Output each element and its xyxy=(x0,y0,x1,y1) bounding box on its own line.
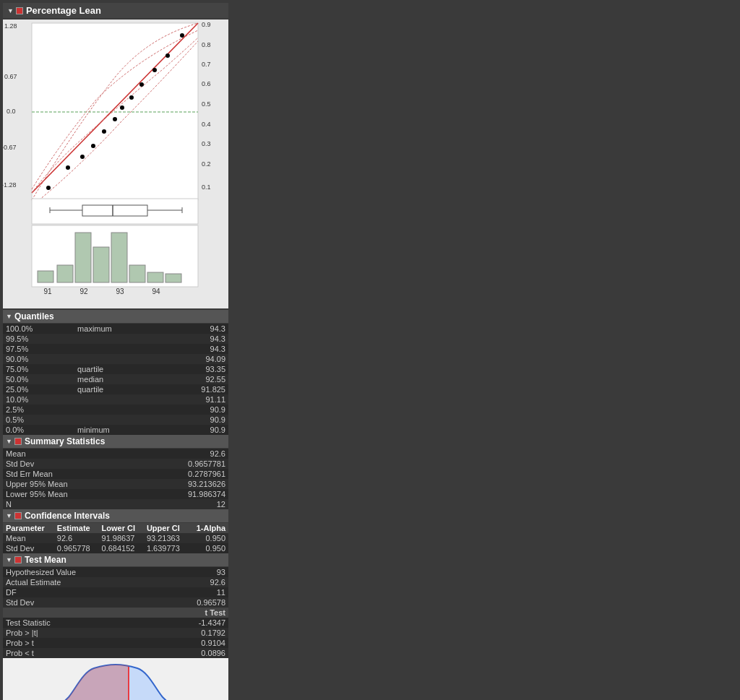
test-mean-row: DF 11 xyxy=(3,587,228,597)
confidence-intervals-section: ▼ Confidence Intervals ParameterEstimate… xyxy=(3,509,228,553)
summary-stats-title: Summary Statistics xyxy=(25,436,105,446)
stats-value: 91.986374 xyxy=(140,489,228,499)
quantile-row: 0.0% minimum 90.9 xyxy=(3,425,228,435)
quantile-row: 99.5% 94.3 xyxy=(3,334,228,344)
svg-point-7 xyxy=(91,144,95,148)
quantile-pct: 99.5% xyxy=(3,334,74,344)
ci-red-box xyxy=(14,512,22,519)
ci-row: Mean 92.6 91.98637 93.21363 0.950 xyxy=(3,533,228,543)
ci-param: Mean xyxy=(3,533,54,543)
tm-value: 11 xyxy=(158,587,228,597)
quantile-label: minimum xyxy=(74,425,163,435)
quantile-label xyxy=(74,354,163,364)
svg-text:0.67: 0.67 xyxy=(4,73,17,80)
quantile-pct: 0.5% xyxy=(3,415,74,425)
summary-stats-red-box xyxy=(14,438,22,445)
chart-container: 0.9 0.8 0.7 0.6 0.5 0.4 0.3 0.2 0.1 Norm… xyxy=(3,20,228,308)
ci-lower: 91.98637 xyxy=(99,533,144,543)
quantile-value: 90.9 xyxy=(163,405,228,415)
quantile-label: quartile xyxy=(74,384,163,394)
title-triangle: ▼ xyxy=(7,7,14,14)
quantile-row: 2.5% 90.9 xyxy=(3,405,228,415)
ci-row: Std Dev 0.965778 0.684152 1.639773 0.950 xyxy=(3,543,228,553)
quantile-pct: 0.0% xyxy=(3,425,74,435)
main-panel: ▼ Percentage Lean xyxy=(0,0,231,700)
quantile-pct: 2.5% xyxy=(3,405,74,415)
test-mean-title: Test Mean xyxy=(25,555,66,565)
quantile-row: 25.0% quartile 91.825 xyxy=(3,384,228,394)
ci-upper: 1.639773 xyxy=(144,543,189,553)
summary-stats-header[interactable]: ▼ Summary Statistics xyxy=(3,435,228,448)
quantile-value: 94.3 xyxy=(163,344,228,354)
ci-header[interactable]: ▼ Confidence Intervals xyxy=(3,509,228,522)
stats-value: 92.6 xyxy=(140,449,228,459)
ci-estimate: 92.6 xyxy=(54,533,99,543)
svg-point-5 xyxy=(66,165,70,170)
t-test-row: Prob < t 0.0896 xyxy=(3,648,228,658)
quantiles-header[interactable]: ▼ Quantiles xyxy=(3,310,228,323)
quantile-label xyxy=(74,344,163,354)
quantile-value: 90.9 xyxy=(163,425,228,435)
stats-value: 0.2787961 xyxy=(140,469,228,479)
quantile-row: 100.0% maximum 94.3 xyxy=(3,324,228,334)
svg-rect-44 xyxy=(129,265,145,282)
svg-point-12 xyxy=(139,82,144,87)
svg-text:93: 93 xyxy=(116,288,124,295)
svg-rect-43 xyxy=(111,233,127,282)
quantile-value: 94.3 xyxy=(163,324,228,334)
quantile-pct: 75.0% xyxy=(3,364,74,374)
stats-label: Std Err Mean xyxy=(3,469,140,479)
title-bar[interactable]: ▼ Percentage Lean xyxy=(3,3,228,18)
svg-text:94: 94 xyxy=(152,288,160,295)
svg-text:0.4: 0.4 xyxy=(202,121,211,128)
summary-stats-triangle: ▼ xyxy=(6,438,12,445)
quantile-label xyxy=(74,394,163,405)
t-test-label: Prob > t xyxy=(3,638,139,648)
title-red-box xyxy=(16,7,23,14)
svg-text:-1.28: -1.28 xyxy=(3,181,17,189)
svg-text:91: 91 xyxy=(43,288,52,295)
quantile-row: 10.0% 91.11 xyxy=(3,394,228,405)
quantile-pct: 50.0% xyxy=(3,374,74,384)
quantile-row: 97.5% 94.3 xyxy=(3,344,228,354)
ci-estimate: 0.965778 xyxy=(54,543,99,553)
svg-text:-0.67: -0.67 xyxy=(3,144,17,151)
test-mean-red-box xyxy=(14,556,22,563)
quantiles-title: Quantiles xyxy=(14,311,54,321)
t-test-value: 0.1792 xyxy=(139,628,228,638)
ci-param: Std Dev xyxy=(3,543,54,553)
svg-text:0.7: 0.7 xyxy=(202,61,211,68)
stats-row: Lower 95% Mean 91.986374 xyxy=(3,489,228,499)
svg-text:0.3: 0.3 xyxy=(202,140,211,147)
quantile-row: 90.0% 94.09 xyxy=(3,354,228,364)
svg-point-13 xyxy=(152,68,157,72)
stats-label: Mean xyxy=(3,449,140,459)
svg-point-9 xyxy=(113,117,117,121)
ci-title: Confidence Intervals xyxy=(25,511,110,521)
dist-chart: 92.0 92.5 93.0 93.5 94.0 xyxy=(3,658,228,700)
stats-row: Std Err Mean 0.2787961 xyxy=(3,469,228,479)
test-mean-row: Std Dev 0.96578 xyxy=(3,597,228,608)
stats-row: Upper 95% Mean 93.213626 xyxy=(3,479,228,489)
page-title: Percentage Lean xyxy=(26,5,101,16)
stats-row: N 12 xyxy=(3,499,228,509)
stats-label: Lower 95% Mean xyxy=(3,489,140,499)
ci-triangle: ▼ xyxy=(6,512,12,519)
svg-point-6 xyxy=(80,155,85,159)
svg-text:0.9: 0.9 xyxy=(202,21,211,28)
quantile-value: 90.9 xyxy=(163,415,228,425)
tm-label: Actual Estimate xyxy=(3,577,158,587)
t-test-value: 0.0896 xyxy=(139,648,228,658)
quantile-value: 91.11 xyxy=(163,394,228,405)
quantile-pct: 10.0% xyxy=(3,394,74,405)
t-test-value: -1.4347 xyxy=(139,618,228,628)
svg-text:0.0: 0.0 xyxy=(7,108,16,115)
quantile-row: 50.0% median 92.55 xyxy=(3,374,228,384)
svg-text:0.2: 0.2 xyxy=(202,160,211,168)
test-mean-header[interactable]: ▼ Test Mean xyxy=(3,553,228,566)
svg-text:0.1: 0.1 xyxy=(202,183,211,191)
stats-value: 93.213626 xyxy=(140,479,228,489)
svg-rect-41 xyxy=(75,233,91,282)
svg-point-4 xyxy=(46,186,51,190)
summary-stats-table: Mean 92.6Std Dev 0.9657781Std Err Mean 0… xyxy=(3,449,228,509)
